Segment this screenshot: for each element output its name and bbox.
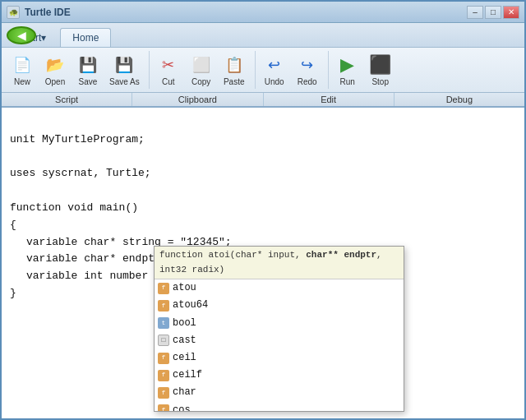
code-line-2: unit MyTurtleProgram;: [10, 132, 516, 149]
autocomplete-item-ceilf[interactable]: f ceilf: [155, 367, 404, 384]
item-icon-atou: f: [158, 283, 169, 294]
main-window: 🐢 Turtle IDE – □ ✕ ◀ Start▾ Home 📄 New 📂…: [0, 0, 526, 420]
autocomplete-item-cos[interactable]: f cos: [155, 402, 404, 412]
title-bar: 🐢 Turtle IDE – □ ✕: [2, 2, 524, 23]
saveas-icon: 💾: [113, 53, 136, 76]
save-label: Save: [79, 77, 98, 86]
save-button[interactable]: 💾 Save: [72, 51, 104, 89]
ribbon-group-clipboard: ✂ Cut ⬜ Copy 📋 Paste: [153, 51, 256, 89]
copy-button[interactable]: ⬜ Copy: [186, 51, 217, 89]
copy-label: Copy: [191, 77, 210, 86]
item-label-ceilf: ceilf: [173, 367, 202, 383]
title-bar-icons: 🐢: [7, 6, 20, 19]
maximize-button[interactable]: □: [485, 6, 501, 19]
item-label-ceil: ceil: [173, 350, 196, 366]
debug-buttons: ▶ Run ⬛ Stop: [332, 51, 396, 89]
autocomplete-hint: function atoi(char* input, char** endptr…: [155, 247, 404, 279]
code-line-5: [10, 182, 516, 200]
item-icon-ceilf: f: [158, 370, 169, 381]
minimize-button[interactable]: –: [467, 6, 483, 19]
app-icon: 🐢: [7, 6, 20, 19]
ribbon-bar: 📄 New 📂 Open 💾 Save 💾 Save As: [2, 48, 524, 93]
open-button[interactable]: 📂 Open: [39, 51, 71, 89]
script-buttons: 📄 New 📂 Open 💾 Save 💾 Save As: [7, 51, 144, 89]
run-button[interactable]: ▶ Run: [332, 51, 363, 89]
code-line-1: [10, 114, 516, 132]
paste-label: Paste: [224, 77, 245, 86]
stop-icon: ⬛: [369, 53, 392, 76]
paste-icon: 📋: [223, 53, 246, 76]
section-script: Script: [2, 93, 132, 106]
stop-label: Stop: [371, 77, 389, 86]
undo-label: Undo: [265, 77, 284, 86]
run-label: Run: [340, 77, 355, 86]
run-icon: ▶: [336, 53, 359, 76]
ribbon-tabs: ◀ Start▾ Home: [2, 23, 524, 48]
ribbon-group-debug: ▶ Run ⬛ Stop: [332, 51, 401, 89]
code-line-7: {: [10, 217, 516, 234]
item-label-cos: cos: [173, 403, 191, 412]
tab-home[interactable]: Home: [60, 28, 111, 47]
window-controls: – □ ✕: [467, 6, 519, 19]
redo-label: Redo: [298, 77, 317, 86]
save-icon: 💾: [76, 53, 99, 76]
item-label-char: char: [173, 385, 196, 400]
autocomplete-popup[interactable]: function atoi(char* input, char** endptr…: [154, 246, 404, 412]
code-line-4: uses syscrnat, Turtle;: [10, 165, 516, 182]
open-label: Open: [45, 77, 65, 86]
ribbon-group-edit: ↩ Undo ↪ Redo: [259, 51, 329, 89]
item-icon-cast: □: [158, 335, 169, 346]
autocomplete-item-cast[interactable]: □ cast: [155, 332, 404, 349]
clipboard-buttons: ✂ Cut ⬜ Copy 📋 Paste: [153, 51, 250, 89]
new-icon: 📄: [11, 53, 34, 76]
item-label-atou64: atou64: [173, 298, 208, 313]
item-label-cast: cast: [173, 333, 196, 348]
back-button[interactable]: ◀: [7, 26, 36, 44]
new-button[interactable]: 📄 New: [7, 51, 38, 89]
section-clipboard: Clipboard: [132, 93, 263, 106]
item-label-atou: atou: [173, 280, 196, 296]
stop-button[interactable]: ⬛ Stop: [365, 51, 396, 89]
cut-button[interactable]: ✂ Cut: [153, 51, 184, 89]
copy-icon: ⬜: [190, 53, 213, 76]
autocomplete-item-bool[interactable]: t bool: [155, 315, 404, 332]
item-icon-cos: f: [158, 404, 169, 411]
autocomplete-item-atou64[interactable]: f atou64: [155, 297, 404, 314]
item-icon-atou64: f: [158, 300, 169, 312]
paste-button[interactable]: 📋 Paste: [219, 51, 250, 89]
saveas-label: Save As: [109, 77, 140, 86]
item-label-bool: bool: [173, 316, 196, 331]
autocomplete-item-char[interactable]: f char: [155, 384, 404, 401]
cut-label: Cut: [162, 77, 175, 86]
window-title: Turtle IDE: [25, 7, 467, 18]
section-labels: Script Clipboard Edit Debug: [2, 93, 524, 108]
new-label: New: [14, 77, 30, 86]
close-button[interactable]: ✕: [503, 6, 519, 19]
cut-icon: ✂: [157, 53, 180, 76]
autocomplete-item-ceil[interactable]: f ceil: [155, 349, 404, 367]
saveas-button[interactable]: 💾 Save As: [105, 51, 144, 89]
item-icon-char: f: [158, 387, 169, 399]
redo-button[interactable]: ↪ Redo: [292, 51, 323, 89]
item-icon-bool: t: [158, 317, 169, 329]
open-icon: 📂: [44, 53, 67, 76]
ribbon-group-script: 📄 New 📂 Open 💾 Save 💾 Save As: [7, 51, 150, 89]
redo-icon: ↪: [296, 53, 319, 76]
code-line-6: function void main(): [10, 200, 516, 217]
edit-buttons: ↩ Undo ↪ Redo: [259, 51, 323, 89]
code-line-3: [10, 149, 516, 166]
autocomplete-item-atou[interactable]: f atou: [155, 279, 404, 297]
item-icon-ceil: f: [158, 353, 169, 364]
undo-button[interactable]: ↩ Undo: [259, 51, 290, 89]
undo-icon: ↩: [263, 53, 286, 76]
section-debug: Debug: [394, 93, 524, 106]
autocomplete-list[interactable]: f atou f atou64 t bool □ cast f ceil: [155, 279, 404, 411]
section-edit: Edit: [264, 93, 394, 106]
code-editor[interactable]: unit MyTurtleProgram; uses syscrnat, Tur…: [2, 108, 524, 418]
